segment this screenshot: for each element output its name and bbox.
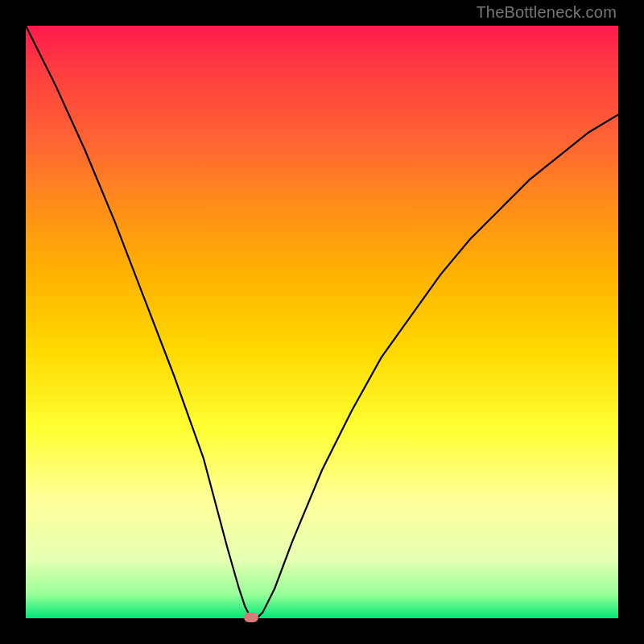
chart-frame: TheBottleneck.com [0,0,644,644]
watermark-label: TheBottleneck.com [476,3,617,22]
minimum-marker-icon [244,613,258,622]
bottleneck-curve [26,26,618,618]
